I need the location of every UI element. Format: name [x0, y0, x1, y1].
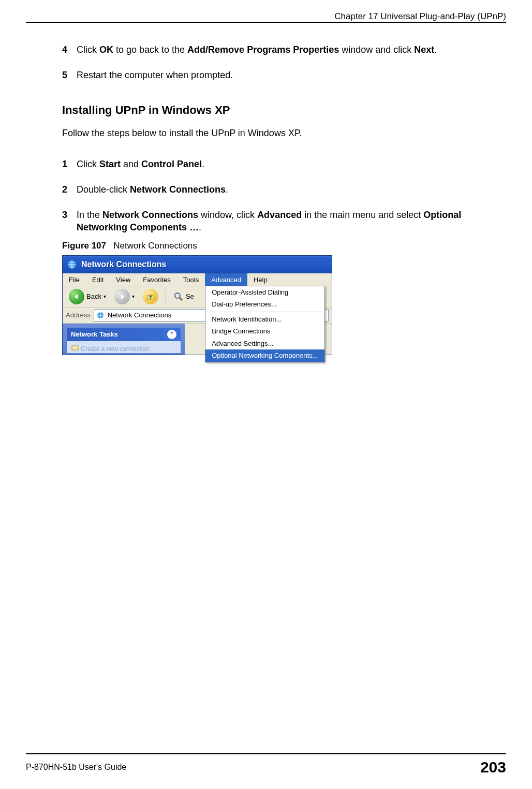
forward-dropdown-icon: ▾: [132, 293, 135, 300]
up-button[interactable]: [140, 288, 161, 305]
text: window, click: [198, 210, 257, 220]
dropdown-network-id[interactable]: Network Identification...: [205, 313, 324, 326]
bold: Start: [99, 159, 121, 169]
address-label: Address: [66, 311, 91, 320]
menu-tools[interactable]: Tools: [177, 273, 205, 286]
dropdown-dialup-prefs[interactable]: Dial-up Preferences...: [205, 298, 324, 311]
step-number: 2: [62, 183, 77, 196]
search-button[interactable]: Se: [170, 290, 197, 303]
menubar: File Edit View Favorites Tools Advanced …: [63, 273, 332, 286]
page-footer: P-870HN-51b User's Guide 203: [26, 753, 506, 776]
step-4: 4 Click OK to go back to the Add/Remove …: [62, 43, 496, 56]
menu-favorites[interactable]: Favorites: [137, 273, 176, 286]
text: Click: [77, 45, 99, 55]
bold: Advanced: [257, 210, 302, 220]
back-button[interactable]: Back ▾: [66, 288, 109, 305]
bold: Next: [414, 45, 434, 55]
menu-file[interactable]: File: [63, 273, 86, 286]
network-tasks-body: Create a new connection: [67, 341, 181, 353]
step-number: 3: [62, 209, 77, 234]
window-title: Network Connections: [81, 259, 166, 270]
section-heading: Installing UPnP in Windows XP: [62, 103, 496, 118]
forward-icon: [114, 289, 130, 304]
step-text: Double-click Network Connections.: [77, 183, 496, 196]
text: .: [199, 222, 201, 232]
menu-view[interactable]: View: [110, 273, 137, 286]
advanced-dropdown: Operator-Assisted Dialing Dial-up Prefer…: [205, 286, 325, 362]
svg-line-3: [180, 298, 182, 300]
step-text: Click OK to go back to the Add/Remove Pr…: [77, 43, 496, 56]
figure-caption: Figure 107 Network Connections: [62, 240, 496, 252]
bold: Network Connections: [130, 184, 226, 195]
text: Double-click: [77, 184, 130, 195]
chapter-header: Chapter 17 Universal Plug-and-Play (UPnP…: [26, 9, 506, 22]
network-tasks-label: Network Tasks: [71, 330, 118, 339]
text: .: [434, 45, 437, 55]
step-text: In the Network Connections window, click…: [77, 209, 496, 234]
figure-title: Network Connections: [113, 241, 197, 251]
up-folder-icon: [143, 289, 158, 304]
back-label: Back: [86, 292, 101, 301]
network-connections-small-icon: [96, 311, 105, 319]
dropdown-advanced-settings[interactable]: Advanced Settings...: [205, 338, 324, 350]
svg-rect-5: [72, 346, 78, 350]
xp-step-2: 2 Double-click Network Connections.: [62, 183, 496, 196]
bold: Control Panel: [141, 159, 202, 169]
section-intro: Follow the steps below to install the UP…: [62, 127, 496, 139]
xp-step-1: 1 Click Start and Control Panel.: [62, 158, 496, 170]
text: in the main menu and select: [302, 210, 423, 220]
step-number: 4: [62, 43, 77, 56]
search-label-partial: Se: [186, 292, 194, 301]
step-text: Click Start and Control Panel.: [77, 158, 496, 170]
text: .: [202, 159, 204, 169]
new-connection-icon: [71, 343, 79, 352]
network-connections-icon: [67, 259, 77, 270]
step-number: 1: [62, 158, 77, 170]
text: In the: [77, 210, 102, 220]
bold: OK: [99, 45, 113, 55]
menu-edit[interactable]: Edit: [86, 273, 110, 286]
address-value: Network Connections: [108, 311, 172, 320]
task-item-partial[interactable]: Create a new connection: [81, 345, 150, 353]
collapse-icon[interactable]: ⌃: [167, 330, 176, 339]
dropdown-bridge[interactable]: Bridge Connections: [205, 325, 324, 338]
xp-step-3: 3 In the Network Connections window, cli…: [62, 209, 496, 234]
forward-button[interactable]: ▾: [111, 288, 138, 305]
search-icon: [173, 291, 184, 302]
menu-help[interactable]: Help: [247, 273, 274, 286]
svg-point-2: [175, 293, 180, 298]
body-text: 4 Click OK to go back to the Add/Remove …: [62, 43, 496, 355]
xp-window: Network Connections File Edit View Favor…: [62, 255, 332, 355]
dropdown-operator-assisted[interactable]: Operator-Assisted Dialing: [205, 286, 324, 299]
side-panel: Network Tasks ⌃ Create a new connection: [63, 324, 185, 355]
step-5: 5 Restart the computer when prompted.: [62, 69, 496, 81]
text: .: [226, 184, 228, 195]
text: to go back to the: [113, 45, 187, 55]
toolbar-separator: [166, 289, 166, 304]
bold: Network Connections: [102, 210, 198, 220]
step-number: 5: [62, 69, 77, 81]
text: and: [121, 159, 141, 169]
figure-label: Figure 107: [62, 241, 106, 251]
guide-name: P-870HN-51b User's Guide: [26, 763, 126, 772]
back-icon: [69, 289, 84, 304]
page-number: 203: [480, 758, 506, 776]
window-titlebar[interactable]: Network Connections: [63, 256, 332, 273]
step-text: Restart the computer when prompted.: [77, 69, 496, 81]
page: Chapter 17 Universal Plug-and-Play (UPnP…: [0, 0, 532, 789]
text: Click: [77, 159, 99, 169]
menu-advanced-wrap: Advanced Operator-Assisted Dialing Dial-…: [205, 273, 247, 286]
text: window and click: [339, 45, 414, 55]
dropdown-separator: [208, 312, 322, 312]
header-rule: [26, 22, 506, 23]
network-tasks-header[interactable]: Network Tasks ⌃: [67, 328, 181, 341]
bold: Add/Remove Programs Properties: [187, 45, 339, 55]
dropdown-optional-networking[interactable]: Optional Networking Components...: [205, 349, 324, 362]
back-dropdown-icon: ▾: [104, 293, 106, 300]
menu-advanced[interactable]: Advanced: [205, 273, 247, 287]
